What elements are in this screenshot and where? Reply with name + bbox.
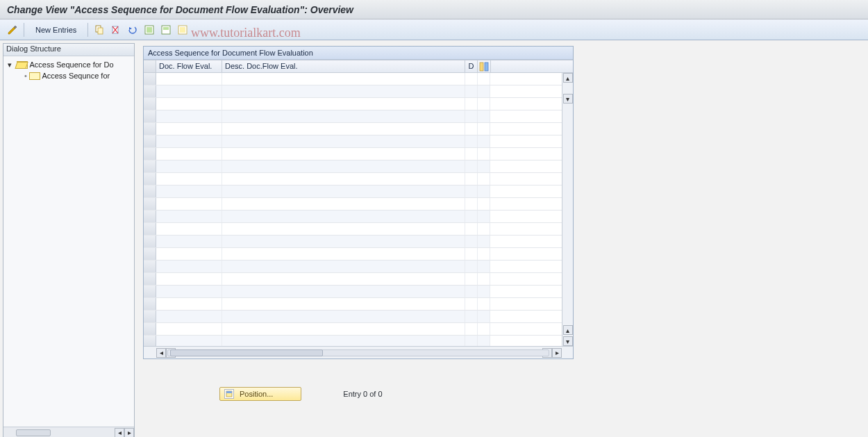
cell-desc[interactable] bbox=[222, 98, 465, 110]
row-selector[interactable] bbox=[144, 85, 156, 97]
cell-desc[interactable] bbox=[222, 148, 465, 160]
cell-doc-flow-eval[interactable] bbox=[156, 173, 222, 185]
cell-desc[interactable] bbox=[222, 211, 465, 222]
delete-button[interactable] bbox=[109, 23, 123, 37]
column-header-doc-flow-eval[interactable]: Doc. Flow Eval. bbox=[156, 60, 222, 72]
cell-desc[interactable] bbox=[222, 298, 465, 310]
deselect-all-button[interactable] bbox=[176, 23, 190, 37]
select-all-button[interactable] bbox=[142, 23, 156, 37]
cell-d[interactable] bbox=[465, 286, 478, 297]
cell-d[interactable] bbox=[465, 148, 478, 160]
row-selector[interactable] bbox=[144, 173, 156, 185]
grid-vscrollbar[interactable]: ▴ ▾ ▴ ▾ bbox=[562, 73, 573, 346]
cell-doc-flow-eval[interactable] bbox=[156, 261, 222, 272]
row-selector[interactable] bbox=[144, 248, 156, 260]
cell-desc[interactable] bbox=[222, 185, 465, 197]
cell-doc-flow-eval[interactable] bbox=[156, 298, 222, 310]
row-selector[interactable] bbox=[144, 236, 156, 247]
row-selector[interactable] bbox=[144, 148, 156, 160]
cell-desc[interactable] bbox=[222, 336, 465, 346]
scroll-down-pg-button[interactable]: ▾ bbox=[563, 94, 573, 104]
cell-desc[interactable] bbox=[222, 236, 465, 247]
cell-d[interactable] bbox=[465, 98, 478, 110]
cell-d[interactable] bbox=[465, 236, 478, 247]
cell-d[interactable] bbox=[465, 261, 478, 272]
cell-doc-flow-eval[interactable] bbox=[156, 98, 222, 110]
cell-desc[interactable] bbox=[222, 173, 465, 185]
cell-doc-flow-eval[interactable] bbox=[156, 286, 222, 297]
cell-desc[interactable] bbox=[222, 223, 465, 235]
undo-button[interactable] bbox=[126, 23, 140, 37]
new-entries-button[interactable]: New Entries bbox=[28, 23, 83, 37]
select-all-row-button[interactable] bbox=[144, 60, 156, 72]
scroll-left-button[interactable]: ◂ bbox=[156, 348, 166, 358]
scroll-up-pg-button[interactable]: ▴ bbox=[563, 325, 573, 335]
cell-desc[interactable] bbox=[222, 85, 465, 97]
cell-d[interactable] bbox=[465, 273, 478, 285]
cell-desc[interactable] bbox=[222, 110, 465, 122]
grid-hscrollbar[interactable]: ◂ ▸ ◂ ▸ bbox=[144, 346, 573, 358]
cell-d[interactable] bbox=[465, 160, 478, 172]
cell-desc[interactable] bbox=[222, 323, 465, 335]
cell-doc-flow-eval[interactable] bbox=[156, 273, 222, 285]
cell-d[interactable] bbox=[465, 123, 478, 135]
cell-d[interactable] bbox=[465, 85, 478, 97]
sidebar-hscrollbar[interactable]: ◂ ▸ bbox=[3, 427, 134, 437]
cell-desc[interactable] bbox=[222, 160, 465, 172]
cell-doc-flow-eval[interactable] bbox=[156, 323, 222, 335]
cell-doc-flow-eval[interactable] bbox=[156, 248, 222, 260]
row-selector[interactable] bbox=[144, 336, 156, 346]
row-selector[interactable] bbox=[144, 98, 156, 110]
cell-d[interactable] bbox=[465, 185, 478, 197]
scroll-up-button[interactable]: ▴ bbox=[563, 73, 573, 83]
row-selector[interactable] bbox=[144, 223, 156, 235]
cell-desc[interactable] bbox=[222, 73, 465, 85]
column-header-desc[interactable]: Desc. Doc.Flow Eval. bbox=[222, 60, 465, 72]
scroll-down-button[interactable]: ▾ bbox=[563, 336, 573, 346]
cell-desc[interactable] bbox=[222, 311, 465, 322]
cell-doc-flow-eval[interactable] bbox=[156, 148, 222, 160]
collapse-icon[interactable]: ▾ bbox=[8, 60, 15, 69]
row-selector[interactable] bbox=[144, 185, 156, 197]
cell-doc-flow-eval[interactable] bbox=[156, 223, 222, 235]
scroll-left-button[interactable]: ◂ bbox=[115, 428, 124, 438]
row-selector[interactable] bbox=[144, 323, 156, 335]
cell-doc-flow-eval[interactable] bbox=[156, 211, 222, 222]
cell-doc-flow-eval[interactable] bbox=[156, 185, 222, 197]
row-selector[interactable] bbox=[144, 298, 156, 310]
cell-d[interactable] bbox=[465, 135, 478, 147]
cell-desc[interactable] bbox=[222, 286, 465, 297]
position-button[interactable]: Position... bbox=[219, 387, 301, 401]
cell-d[interactable] bbox=[465, 311, 478, 322]
hscroll-thumb[interactable] bbox=[170, 349, 323, 356]
row-selector[interactable] bbox=[144, 211, 156, 222]
row-selector[interactable] bbox=[144, 261, 156, 272]
scroll-right-button[interactable]: ▸ bbox=[552, 348, 562, 358]
configure-columns-button[interactable] bbox=[478, 60, 490, 72]
row-selector[interactable] bbox=[144, 286, 156, 297]
cell-doc-flow-eval[interactable] bbox=[156, 198, 222, 210]
cell-d[interactable] bbox=[465, 173, 478, 185]
cell-desc[interactable] bbox=[222, 273, 465, 285]
row-selector[interactable] bbox=[144, 311, 156, 322]
cell-d[interactable] bbox=[465, 336, 478, 346]
cell-doc-flow-eval[interactable] bbox=[156, 85, 222, 97]
scroll-right-button[interactable]: ▸ bbox=[124, 428, 134, 438]
cell-d[interactable] bbox=[465, 73, 478, 85]
row-selector[interactable] bbox=[144, 110, 156, 122]
cell-d[interactable] bbox=[465, 323, 478, 335]
cell-doc-flow-eval[interactable] bbox=[156, 236, 222, 247]
row-selector[interactable] bbox=[144, 160, 156, 172]
row-selector[interactable] bbox=[144, 73, 156, 85]
cell-doc-flow-eval[interactable] bbox=[156, 135, 222, 147]
cell-d[interactable] bbox=[465, 198, 478, 210]
cell-doc-flow-eval[interactable] bbox=[156, 311, 222, 322]
row-selector[interactable] bbox=[144, 135, 156, 147]
row-selector[interactable] bbox=[144, 198, 156, 210]
cell-doc-flow-eval[interactable] bbox=[156, 160, 222, 172]
cell-doc-flow-eval[interactable] bbox=[156, 336, 222, 346]
cell-d[interactable] bbox=[465, 211, 478, 222]
cell-desc[interactable] bbox=[222, 123, 465, 135]
cell-d[interactable] bbox=[465, 248, 478, 260]
cell-desc[interactable] bbox=[222, 248, 465, 260]
